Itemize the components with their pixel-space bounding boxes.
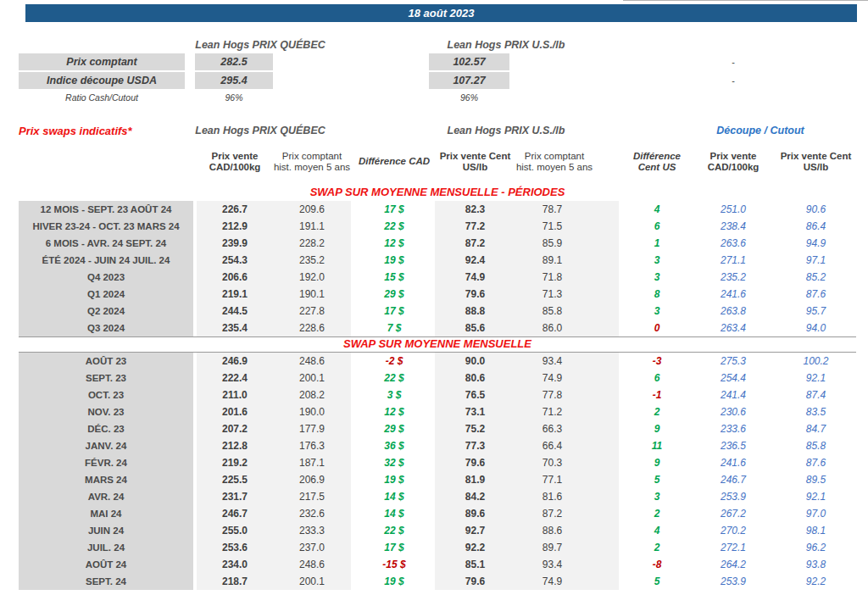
row-label: Q4 2023 [19,269,193,286]
col-header-us-hist: Prix comptant hist. moyen 5 ans [515,141,619,183]
table-row: AVR. 24 231.7 217.5 14 $ 84.2 81.6 3 253… [0,488,868,505]
table-row: 12 MOIS - SEPT. 23 AOÛT 24 226.7 209.6 1… [0,201,868,218]
diff-us-value: -1 [623,386,691,403]
cad-vente-value: 222.4 [197,370,273,386]
cad-hist-value: 237.0 [273,539,351,556]
col-header-cad-hist: Prix comptant hist. moyen 5 ans [273,141,351,183]
cutout-us-value: 89.5 [776,471,856,488]
us-hist-value: 74.9 [515,573,619,590]
cutout-cad-value: 241.4 [695,386,771,403]
cutout-cad-value: 272.1 [695,539,771,556]
us-vente-value: 75.2 [435,420,515,437]
row-label: AVR. 24 [19,488,193,505]
diff-cad-value: 36 $ [356,437,432,454]
cutout-us-value: 92.1 [776,370,856,386]
diff-us-value: 0 [623,320,691,336]
cutout-us-value: 85.2 [776,269,856,286]
cad-hist-value: 200.1 [273,370,351,386]
col-header-diff-cad: Différence CAD [356,141,432,183]
spot-us-value: 107.27 [429,72,509,89]
cad-hist-value: 187.1 [273,454,351,471]
cad-vente-value: 206.6 [197,269,273,286]
row-label: Q3 2024 [19,320,193,336]
us-hist-value: 93.4 [515,353,619,370]
us-hist-value: 71.5 [515,218,619,235]
spot-row: Ratio Cash/Cutout 96% 96% [0,91,868,103]
table-row: ÉTÉ 2024 - JUIN 24 JUIL. 24 254.3 235.2 … [0,252,868,269]
diff-us-value: 6 [623,370,691,386]
cutout-cad-value: 270.2 [695,522,771,539]
us-hist-value: 71.8 [515,269,619,286]
diff-us-value: 3 [623,269,691,286]
diff-us-value: 4 [623,522,691,539]
cutout-us-value: 100.2 [776,353,856,370]
cad-vente-value: 231.7 [197,488,273,505]
spot-quebec-header: Lean Hogs PRIX QUÉBEC [180,39,341,53]
us-vente-value: 80.6 [435,370,515,386]
cad-vente-value: 219.1 [197,286,273,303]
cad-hist-value: 235.2 [273,252,351,269]
row-label: AOÛT 23 [19,353,193,370]
us-hist-value: 81.6 [515,488,619,505]
table-row: 6 MOIS - AVR. 24 SEPT. 24 239.9 228.2 12… [0,235,868,252]
col-header-dec-us: Prix vente Cent US/lb [776,141,856,183]
diff-cad-value: 12 $ [356,403,432,420]
cad-hist-value: 190.0 [273,403,351,420]
diff-us-value: 9 [623,454,691,471]
diff-us-value: 2 [623,403,691,420]
spot-quebec-value: 295.4 [195,72,273,89]
swaps-title: Prix swaps indicatifs* [19,125,132,137]
cad-hist-value: 208.2 [273,386,351,403]
diff-cad-value: 7 $ [356,320,432,336]
cutout-cad-value: 251.0 [695,201,771,218]
cad-hist-value: 200.1 [273,573,351,590]
cutout-cad-value: 264.2 [695,556,771,573]
table-row: JUIL. 24 253.6 237.0 17 $ 92.2 89.7 2 27… [0,539,868,556]
table-row: AOÛT 24 234.0 248.6 -15 $ 85.1 93.4 -8 2… [0,556,868,573]
us-hist-value: 77.1 [515,471,619,488]
diff-us-value: 2 [623,505,691,522]
diff-cad-value: 3 $ [356,386,432,403]
cad-hist-value: 192.0 [273,269,351,286]
us-hist-value: 74.9 [515,370,619,386]
row-label: 12 MOIS - SEPT. 23 AOÛT 24 [19,201,193,218]
us-hist-value: 88.6 [515,522,619,539]
section-caption: SWAP SUR MOYENNE MENSUELLE - PÉRIODES [197,185,678,201]
table-row: Q4 2023 206.6 192.0 15 $ 74.9 71.8 3 235… [0,269,868,286]
us-hist-value: 66.4 [515,437,619,454]
cad-vente-value: 235.4 [197,320,273,336]
cutout-us-value: 93.8 [776,556,856,573]
row-label: JUIL. 24 [19,539,193,556]
diff-cad-value: 14 $ [356,488,432,505]
row-label: DÉC. 23 [19,420,193,437]
us-vente-value: 77.2 [435,218,515,235]
diff-us-value: 11 [623,437,691,454]
diff-us-value: 3 [623,303,691,320]
diff-us-value: 2 [623,539,691,556]
spot-right-dash [695,91,771,103]
table-row: HIVER 23-24 - OCT. 23 MARS 24 212.9 191.… [0,218,868,235]
diff-cad-value: 12 $ [356,235,432,252]
cutout-cad-value: 254.4 [695,370,771,386]
row-label: 6 MOIS - AVR. 24 SEPT. 24 [19,235,193,252]
spot-us-value: 96% [429,91,509,103]
diff-us-value: 5 [623,471,691,488]
cad-vente-value: 212.8 [197,437,273,454]
cad-vente-value: 218.7 [197,573,273,590]
diff-us-value: -8 [623,556,691,573]
us-vente-value: 79.6 [435,286,515,303]
row-label: AOÛT 24 [19,556,193,573]
date-banner: 18 août 2023 [25,4,857,22]
diff-cad-value: 22 $ [356,522,432,539]
cutout-cad-value: 271.1 [695,252,771,269]
cad-vente-value: 246.9 [197,353,273,370]
us-hist-value: 85.8 [515,303,619,320]
cad-hist-value: 248.6 [273,556,351,573]
us-hist-value: 85.9 [515,235,619,252]
row-label: JANV. 24 [19,437,193,454]
cutout-us-value: 97.0 [776,505,856,522]
us-hist-value: 71.2 [515,403,619,420]
us-vente-value: 82.3 [435,201,515,218]
cad-hist-value: 248.6 [273,353,351,370]
row-label: JUIN 24 [19,522,193,539]
